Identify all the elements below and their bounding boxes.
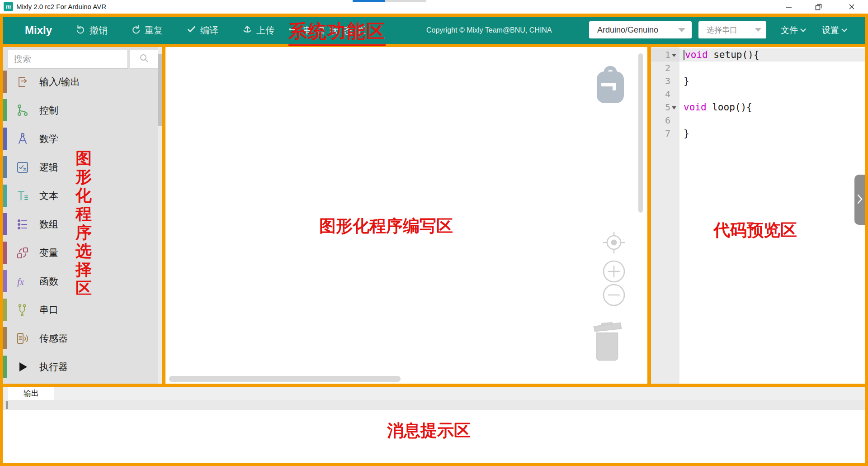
- math-icon: [16, 132, 29, 146]
- close-icon[interactable]: [844, 1, 860, 13]
- undo-icon: [76, 24, 85, 36]
- array-icon: [16, 218, 29, 231]
- category-color-bar: [3, 156, 7, 178]
- zoom-in-icon[interactable]: [602, 260, 626, 285]
- board-select[interactable]: Arduino/Genuino: [589, 21, 692, 38]
- code-line: 1void setup(){: [651, 48, 865, 62]
- sidebar-item-category-9[interactable]: 传感器: [3, 324, 159, 352]
- search-input[interactable]: [8, 50, 128, 69]
- logic-icon: [16, 161, 29, 174]
- canvas-horizontal-scrollbar[interactable]: [169, 376, 401, 382]
- canvas-vertical-scrollbar[interactable]: [638, 53, 643, 213]
- frame-border-right: [865, 14, 868, 466]
- menu-settings[interactable]: 设置: [822, 17, 846, 44]
- code-line: 4: [651, 88, 865, 101]
- brand-mixly: Mixly: [25, 17, 52, 44]
- category-label: 逻辑: [39, 161, 58, 174]
- menu-file-label: 文件: [781, 24, 798, 36]
- tab-output[interactable]: 输出: [8, 387, 54, 400]
- chevron-down-icon: [800, 26, 806, 32]
- menu-file[interactable]: 文件: [781, 17, 805, 44]
- control-icon: [16, 104, 29, 117]
- search-icon: [139, 53, 149, 65]
- search-button[interactable]: [130, 50, 159, 69]
- upload-icon: [242, 24, 252, 37]
- code-line: 2: [651, 62, 865, 75]
- toolbar-divider: [0, 44, 868, 47]
- undo-label: 撤销: [90, 24, 108, 37]
- actuator-icon: [16, 360, 29, 374]
- minimize-icon[interactable]: [781, 1, 797, 13]
- restore-icon[interactable]: [810, 1, 826, 13]
- category-color-bar: [3, 185, 7, 207]
- category-label: 函数: [39, 275, 58, 288]
- center-view-icon[interactable]: [602, 231, 626, 256]
- category-color-bar: [3, 299, 7, 321]
- category-label: 传感器: [39, 332, 68, 345]
- serial-icon: [16, 303, 29, 317]
- fold-spacer: [672, 92, 677, 97]
- compile-button[interactable]: 编译: [187, 17, 218, 44]
- fold-spacer: [672, 131, 677, 137]
- fold-arrow-icon[interactable]: [672, 52, 677, 58]
- compile-label: 编译: [200, 24, 218, 37]
- category-color-bar: [3, 242, 7, 264]
- chevron-down-icon: [755, 28, 761, 32]
- chevron-down-icon: [678, 28, 685, 32]
- code-line: 7}: [651, 127, 865, 140]
- sidebar-item-category-1[interactable]: 控制: [3, 96, 159, 124]
- text-caret: [684, 50, 684, 60]
- category-color-bar: [3, 327, 7, 349]
- frame-border-top: [0, 14, 868, 17]
- title-bar: m Mixly 2.0 rc2 For Arduino AVR: [0, 0, 868, 14]
- fold-spacer: [672, 79, 677, 84]
- category-label: 变量: [39, 247, 58, 259]
- sidebar-item-category-8[interactable]: 串口: [3, 295, 159, 324]
- trash-icon[interactable]: [592, 318, 624, 365]
- undo-button[interactable]: 撤销: [76, 17, 108, 44]
- sidebar-scrollbar-thumb[interactable]: [158, 54, 162, 126]
- code-lines: 1void setup(){23}45void loop(){67}: [651, 48, 865, 140]
- console-line[interactable]: [3, 400, 865, 410]
- variable-icon: [16, 246, 29, 260]
- function-icon: fx: [16, 275, 29, 288]
- line-number: 7: [665, 127, 670, 140]
- line-number: 6: [665, 114, 670, 127]
- panel-collapse-handle[interactable]: [854, 175, 865, 225]
- text-icon: [16, 189, 29, 203]
- category-label: 控制: [39, 104, 58, 117]
- svg-text:fx: fx: [17, 276, 24, 287]
- mixly-logo-icon: m: [4, 2, 13, 11]
- backpack-icon[interactable]: [594, 62, 627, 107]
- port-select[interactable]: 选择串口: [698, 21, 766, 38]
- compile-check-icon: [187, 24, 196, 36]
- copyright-text: Copyright © Mixly Team@BNU, CHINA: [426, 17, 552, 44]
- annotation-canvas-area: 图形化程序编写区: [319, 215, 453, 238]
- chevron-right-icon: [857, 194, 863, 206]
- annotation-system-function-area: 系统功能区: [288, 19, 386, 46]
- background-window-strip: [353, 0, 385, 2]
- fold-arrow-icon[interactable]: [672, 105, 677, 110]
- io-icon: [16, 75, 29, 89]
- category-label: 串口: [39, 304, 58, 316]
- line-number: 2: [665, 62, 670, 75]
- annotation-message-area: 消息提示区: [387, 419, 471, 442]
- annotation-code-area: 代码预览区: [713, 219, 797, 242]
- port-select-value: 选择串口: [698, 25, 737, 35]
- category-color-bar: [3, 128, 7, 150]
- sidebar-item-category-2[interactable]: 数学: [3, 124, 159, 153]
- sidebar-item-category-10[interactable]: 执行器: [3, 352, 159, 381]
- redo-label: 重复: [145, 24, 163, 37]
- annotation-sidebar-vertical: 图形化程序选择区: [73, 149, 94, 298]
- upload-button[interactable]: 上传: [242, 17, 274, 44]
- sidebar-divider: [162, 47, 165, 384]
- sidebar-item-category-0[interactable]: 输入/输出: [3, 67, 159, 96]
- line-number: 1: [665, 48, 670, 62]
- line-number: 4: [665, 88, 670, 101]
- zoom-out-icon[interactable]: [602, 283, 626, 309]
- message-tab-bar: [3, 387, 865, 400]
- line-number: 3: [665, 75, 670, 88]
- code-line: 6: [651, 114, 865, 127]
- category-color-bar: [3, 356, 7, 378]
- redo-button[interactable]: 重复: [131, 17, 163, 44]
